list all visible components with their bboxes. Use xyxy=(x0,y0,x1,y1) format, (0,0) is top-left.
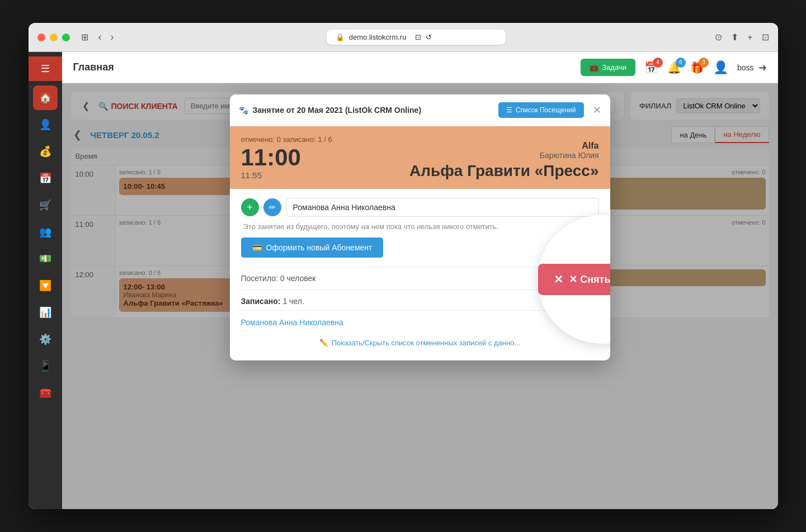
modal-stats: отмечено: 0 записано: 1 / 6 xyxy=(241,135,332,144)
sidebar-item-finance[interactable]: 💰 xyxy=(33,139,58,164)
tasks-badge: 4 xyxy=(653,58,663,68)
modal-time-end: 11:55 xyxy=(241,170,332,180)
minimize-button[interactable] xyxy=(50,34,58,41)
close-button[interactable] xyxy=(37,34,45,41)
sidebar-item-filter[interactable]: 🔽 xyxy=(33,273,58,298)
downloads-icon[interactable]: ⊙ xyxy=(715,32,722,42)
sidebar-item-home[interactable]: 🏠 xyxy=(33,86,58,110)
future-notice: Это занятие из будущего, поэтому на нем … xyxy=(241,222,599,231)
mac-window: ⊞ ‹ › 🔒 demo.listokcrm.ru ⊡ ↺ ⊙ ⬆ + ⊡ ☰ xyxy=(29,23,778,509)
titlebar: ⊞ ‹ › 🔒 demo.listokcrm.ru ⊡ ↺ ⊙ ⬆ + ⊡ xyxy=(29,23,778,52)
gifts-badge: 3 xyxy=(699,58,709,68)
sidebar-item-shop[interactable]: 🛒 xyxy=(33,193,58,217)
modal-class-name: Альфа Гравити «Пресс» xyxy=(409,162,598,180)
main-content: Главная 💼 Задачи 📅 4 🔔 6 � xyxy=(62,52,778,509)
lesson-icon: 🐾 xyxy=(239,106,248,115)
user-info: boss ➜ xyxy=(737,61,767,74)
sidebar-toggle-icon[interactable]: ⊞ xyxy=(81,32,88,42)
header-icons: 📅 4 🔔 6 🎁 3 👤 xyxy=(644,60,728,75)
lock-icon: 🔒 xyxy=(336,33,345,41)
sidebar-item-crm[interactable]: 👥 xyxy=(33,220,58,244)
browser-nav: ‹ › xyxy=(95,30,117,44)
address-bar-container: 🔒 demo.listokcrm.ru ⊡ ↺ xyxy=(124,30,709,45)
lesson-modal: 🐾 Занятие от 20 Мая 2021 (ListOk CRM Onl… xyxy=(230,94,610,360)
app-header: Главная 💼 Задачи 📅 4 🔔 6 � xyxy=(62,52,778,83)
edit-icon-small: ✏️ xyxy=(319,339,328,347)
x-icon: ✕ xyxy=(554,273,563,286)
logout-icon[interactable]: ➜ xyxy=(758,61,767,74)
maximize-button[interactable] xyxy=(62,34,70,41)
notifications-badge: 6 xyxy=(676,58,686,68)
traffic-lights xyxy=(37,34,70,41)
modal-close-button[interactable]: ✕ xyxy=(593,104,601,116)
modal-search-row: + ✏ xyxy=(241,198,599,217)
share-icon[interactable]: ⬆ xyxy=(731,32,738,42)
notifications-bell[interactable]: 🔔 6 xyxy=(667,61,681,74)
modal-right-info: Alfa Барютина Юлия Альфа Гравити «Пресс» xyxy=(409,141,598,180)
refresh-icon[interactable]: ↺ xyxy=(426,33,432,41)
tabs-icon[interactable]: ⊡ xyxy=(762,32,769,42)
address-bar[interactable]: 🔒 demo.listokcrm.ru ⊡ ↺ xyxy=(327,30,506,45)
sidebar-item-settings[interactable]: ⚙️ xyxy=(33,327,58,352)
modal-titlebar: 🐾 Занятие от 20 Мая 2021 (ListOk CRM Onl… xyxy=(230,94,610,126)
modal-overlay[interactable]: 🐾 Занятие от 20 Мая 2021 (ListOk CRM Onl… xyxy=(62,83,778,509)
page-title: Главная xyxy=(73,61,114,73)
sidebar-item-money[interactable]: 💵 xyxy=(33,246,58,271)
sidebar-item-analytics[interactable]: 📊 xyxy=(33,300,58,325)
modal-trainer: Барютина Юлия xyxy=(409,151,598,160)
user-avatar-icon: 👤 xyxy=(713,60,728,75)
url-text: demo.listokcrm.ru xyxy=(349,33,407,41)
sidebar-item-clients[interactable]: 👤 xyxy=(33,112,58,137)
cancel-enrollment-button[interactable]: ✕ ✕ Снять Запись xyxy=(538,264,610,295)
modal-orange-header: отмечено: 0 записано: 1 / 6 11:00 11:55 … xyxy=(230,126,610,189)
client-name-input[interactable] xyxy=(286,198,599,217)
hamburger-icon[interactable]: ☰ xyxy=(41,63,50,75)
sidebar-item-tools[interactable]: 🧰 xyxy=(33,381,58,405)
modal-header-inner: отмечено: 0 записано: 1 / 6 11:00 11:55 … xyxy=(241,135,599,180)
page-content: ❮ 🔍 ПОИСК КЛИЕНТА ФИЛИАЛ ListOk CRM Onli… xyxy=(62,83,778,509)
new-task-button[interactable]: 💼 Задачи xyxy=(581,59,635,76)
modal-branch: Alfa xyxy=(409,141,598,151)
back-icon[interactable]: ‹ xyxy=(95,30,105,44)
visit-list-button[interactable]: ☰ Список Посещений xyxy=(498,102,584,118)
show-cancelled-link[interactable]: ✏️ Показать/Скрыть список отмененных зап… xyxy=(241,334,599,352)
enrolled-person-name[interactable]: Романова Анна Николаевна xyxy=(241,318,343,327)
titlebar-right: ⊙ ⬆ + ⊡ xyxy=(715,32,769,42)
cast-icon: ⊡ xyxy=(415,33,421,41)
gifts-icon-wrapper[interactable]: 🎁 3 xyxy=(690,61,704,74)
forward-icon[interactable]: › xyxy=(107,30,117,44)
new-tab-icon[interactable]: + xyxy=(747,32,752,42)
modal-title-actions: ☰ Список Посещений ✕ xyxy=(498,102,601,118)
task-icon: 💼 xyxy=(590,63,598,72)
sidebar-top: ☰ xyxy=(29,56,62,81)
modal-time-start: 11:00 xyxy=(241,146,332,169)
sidebar-item-calendar[interactable]: 📅 xyxy=(33,166,58,191)
app-body: ☰ 🏠 👤 💰 📅 🛒 👥 💵 🔽 📊 ⚙️ 📱 🧰 Главная 💼 xyxy=(29,52,778,509)
new-abonement-button[interactable]: 💳 Оформить новый Абонемент xyxy=(241,238,384,258)
modal-left-info: отмечено: 0 записано: 1 / 6 11:00 11:55 xyxy=(241,135,332,180)
username-label: boss xyxy=(737,63,754,72)
sidebar-item-mobile[interactable]: 📱 xyxy=(33,354,58,378)
edit-client-button[interactable]: ✏ xyxy=(263,198,281,216)
tasks-notification[interactable]: 📅 4 xyxy=(644,61,658,74)
sidebar: ☰ 🏠 👤 💰 📅 🛒 👥 💵 🔽 📊 ⚙️ 📱 🧰 xyxy=(29,52,62,509)
card-icon: 💳 xyxy=(252,243,262,252)
list-icon: ☰ xyxy=(506,106,512,114)
modal-title: 🐾 Занятие от 20 Мая 2021 (ListOk CRM Onl… xyxy=(239,106,422,115)
enrolled-row: Романова Анна Николаевна 📅 xyxy=(241,310,599,334)
add-client-button[interactable]: + xyxy=(241,198,259,216)
